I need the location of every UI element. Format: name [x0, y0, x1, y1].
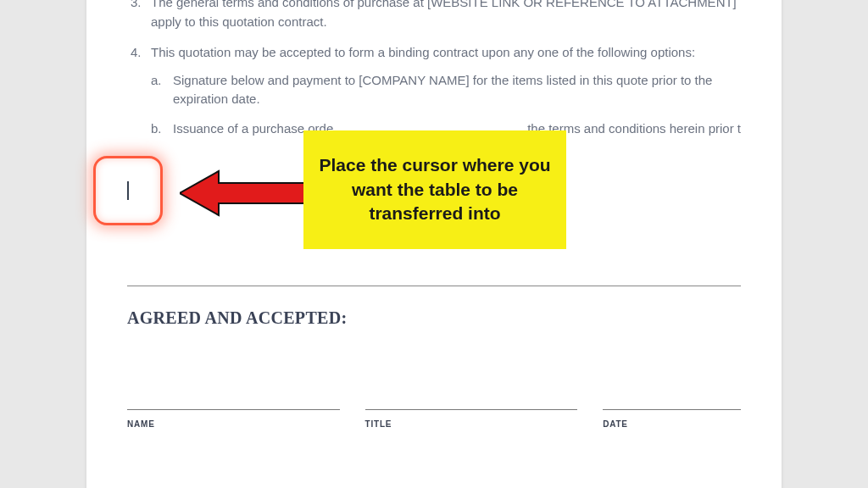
- document-page[interactable]: 3. The general terms and conditions of p…: [86, 0, 782, 488]
- signature-line: TITLE: [365, 409, 578, 430]
- sub-list: a. Signature below and payment to [COMPA…: [151, 71, 741, 139]
- sub-text: Signature below and payment to [COMPANY …: [173, 71, 741, 109]
- signature-label-date: DATE: [603, 419, 628, 429]
- signature-line: DATE: [603, 409, 741, 430]
- instruction-callout: Place the cursor where you want the tabl…: [303, 130, 566, 249]
- sub-marker: b.: [151, 119, 173, 139]
- signature-label-name: NAME: [127, 419, 155, 429]
- list-number: 4.: [127, 43, 151, 148]
- list-item-3: 3. The general terms and conditions of p…: [127, 0, 741, 31]
- signature-name-col: NAME: [127, 409, 340, 430]
- terms-list: 3. The general terms and conditions of p…: [127, 0, 741, 148]
- sub-marker: a.: [151, 71, 173, 109]
- svg-marker-0: [180, 171, 310, 215]
- signature-line: NAME: [127, 409, 340, 430]
- signature-row: NAME TITLE DATE: [127, 409, 741, 430]
- signature-title-col: TITLE: [365, 409, 578, 430]
- red-arrow-icon: [180, 168, 315, 219]
- page-wrapper: 3. The general terms and conditions of p…: [86, 0, 782, 488]
- section-divider: [127, 286, 741, 286]
- text-cursor-icon: [127, 181, 129, 200]
- signature-date-col: DATE: [603, 409, 741, 430]
- cursor-highlight-box: [93, 156, 163, 225]
- callout-text: Place the cursor where you want the tabl…: [317, 153, 553, 225]
- agreed-heading: AGREED AND ACCEPTED:: [127, 308, 741, 328]
- list-number: 3.: [127, 0, 151, 31]
- sub-item-a: a. Signature below and payment to [COMPA…: [151, 71, 741, 109]
- signature-label-title: TITLE: [365, 419, 392, 429]
- item4-intro: This quotation may be accepted to form a…: [151, 45, 695, 59]
- list-text: The general terms and conditions of purc…: [151, 0, 741, 31]
